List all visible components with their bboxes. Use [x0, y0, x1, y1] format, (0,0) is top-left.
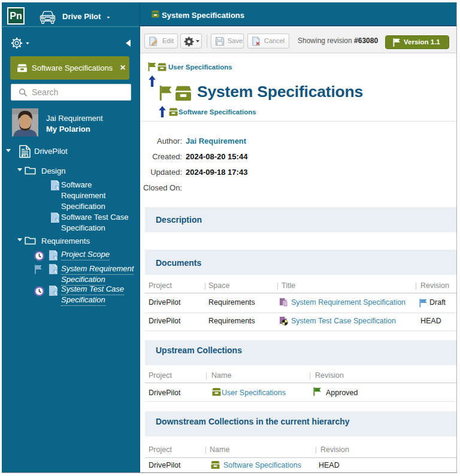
svg-text:A: A — [55, 218, 59, 223]
svg-text:A: A — [53, 269, 58, 274]
svg-text:A: A — [53, 256, 58, 260]
svg-text:A: A — [55, 186, 59, 190]
svg-text:A: A — [53, 291, 58, 296]
